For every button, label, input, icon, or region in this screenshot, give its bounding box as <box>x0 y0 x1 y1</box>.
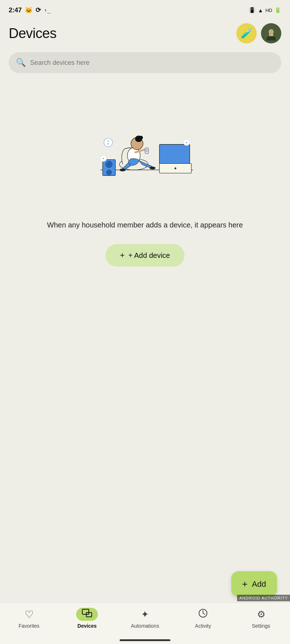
nav-item-devices[interactable]: Devices <box>58 608 116 629</box>
svg-rect-3 <box>269 33 273 36</box>
svg-text:♥: ♥ <box>186 141 187 144</box>
fab-plus-icon: + <box>242 578 248 590</box>
wifi-icon: ▲ <box>258 7 263 13</box>
svg-text:⇅: ⇅ <box>107 142 109 145</box>
page-title: Devices <box>9 26 57 41</box>
favorites-label: Favorites <box>18 623 40 629</box>
svg-point-9 <box>175 167 176 169</box>
signal-icon: HD <box>265 8 272 13</box>
vibrate-icon: 📳 <box>249 7 256 13</box>
lab-button[interactable]: 🧪 <box>236 23 257 43</box>
lab-icon: 🧪 <box>241 28 252 39</box>
svg-point-13 <box>150 167 156 169</box>
search-icon: 🔍 <box>16 58 26 67</box>
fab-label: Add <box>252 580 266 589</box>
bottom-nav: ♡ Favorites Devices ✦ Automations <box>0 602 290 644</box>
battery-icon: 🔋 <box>274 7 281 13</box>
automations-label: Automations <box>131 623 159 629</box>
add-device-button[interactable]: + + Add device <box>105 244 185 267</box>
heart-icon: ♡ <box>25 609 34 620</box>
header: Devices 🧪 <box>0 19 290 49</box>
activity-icon-wrap <box>192 608 214 621</box>
search-bar: 🔍 <box>9 52 281 73</box>
illustration-container: ♥ ♥ ♥ ⇅ <box>76 80 214 211</box>
status-icon-refresh: ⟳ <box>36 6 41 14</box>
svg-rect-18 <box>146 149 148 152</box>
fab-add-button[interactable]: + Add <box>231 571 277 597</box>
status-icon-terminal: ›_ <box>44 7 50 13</box>
svg-point-21 <box>107 163 111 166</box>
gear-icon: ⚙ <box>257 609 265 620</box>
status-bar: 2:47 🐱 ⟳ ›_ 📳 ▲ HD 🔋 <box>0 0 290 19</box>
nav-item-activity[interactable]: Activity <box>174 608 232 629</box>
svg-text:♥: ♥ <box>103 157 104 160</box>
svg-rect-5 <box>160 144 190 163</box>
sparkle-icon: ✦ <box>141 609 149 620</box>
illustration: ♥ ♥ ♥ ⇅ <box>91 119 199 176</box>
nav-item-automations[interactable]: ✦ Automations <box>116 608 174 629</box>
search-container: 🔍 <box>0 49 290 80</box>
devices-icon-wrap <box>76 608 98 621</box>
favorites-icon-wrap: ♡ <box>18 608 40 621</box>
search-input[interactable] <box>30 59 274 67</box>
status-time: 2:47 <box>9 7 22 14</box>
automations-icon-wrap: ✦ <box>134 608 156 621</box>
avatar[interactable] <box>261 23 281 43</box>
watermark: ANDROID AUTHORITY <box>237 595 290 601</box>
status-icon-cat: 🐱 <box>25 6 33 14</box>
empty-state-text: When any household member adds a device,… <box>25 211 265 234</box>
settings-label: Settings <box>252 623 270 629</box>
add-device-label: + Add device <box>128 251 170 260</box>
svg-rect-32 <box>82 609 89 614</box>
header-actions: 🧪 <box>236 23 281 43</box>
activity-label: Activity <box>195 623 211 629</box>
devices-icon <box>82 609 92 620</box>
settings-icon-wrap: ⚙ <box>250 608 272 621</box>
devices-label: Devices <box>78 623 97 629</box>
add-device-plus-icon: + <box>120 251 125 260</box>
main-content: ♥ ♥ ♥ ⇅ When any household member adds a… <box>0 80 290 267</box>
nav-item-settings[interactable]: ⚙ Settings <box>232 608 290 629</box>
home-indicator <box>120 639 170 641</box>
svg-point-12 <box>120 168 125 171</box>
svg-text:♥: ♥ <box>107 139 109 142</box>
history-icon <box>198 608 208 621</box>
nav-item-favorites[interactable]: ♡ Favorites <box>0 608 58 629</box>
status-icons: 📳 ▲ HD 🔋 <box>249 7 281 13</box>
svg-point-23 <box>108 171 110 173</box>
status-left: 2:47 🐱 ⟳ ›_ <box>9 6 50 14</box>
svg-point-16 <box>139 135 143 139</box>
avatar-image <box>264 26 278 41</box>
